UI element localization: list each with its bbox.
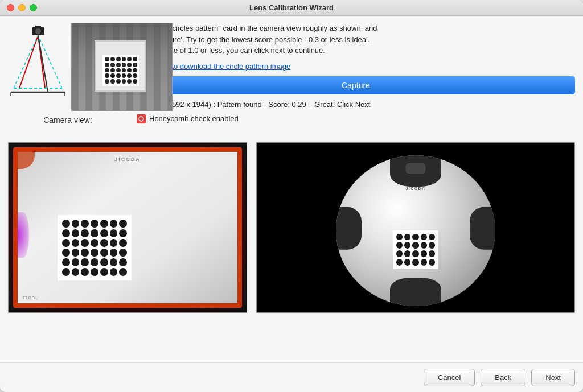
capture-button[interactable]: Capture bbox=[137, 76, 575, 94]
diagram-svg bbox=[8, 23, 68, 105]
status-text: Image 2 (2592 x 1944) : Pattern found - … bbox=[137, 100, 575, 109]
camera-thumbnail bbox=[71, 23, 173, 111]
traffic-lights bbox=[7, 4, 37, 11]
close-button[interactable] bbox=[7, 4, 14, 11]
svg-line-3 bbox=[19, 35, 38, 88]
svg-point-12 bbox=[139, 117, 143, 121]
download-link[interactable]: Click here to download the circle patter… bbox=[137, 62, 575, 71]
left-column: Camera view: bbox=[8, 23, 128, 137]
svg-line-6 bbox=[14, 35, 38, 88]
honeycomb-label: Honeycomb check enabled bbox=[149, 114, 239, 123]
svg-rect-1 bbox=[35, 26, 41, 28]
right-column: Place the "circles pattern" card in the … bbox=[137, 23, 575, 137]
diagram-area bbox=[8, 23, 128, 111]
top-section: Camera view: Place the "circles pattern"… bbox=[8, 23, 575, 137]
window-title: Lens Calibration Wizard bbox=[249, 3, 334, 12]
honeycomb-row: Honeycomb check enabled bbox=[137, 114, 575, 123]
next-button[interactable]: Next bbox=[531, 369, 575, 386]
bottom-bar: Cancel Back Next bbox=[0, 362, 583, 392]
title-bar: Lens Calibration Wizard bbox=[0, 0, 583, 16]
fisheye-camera-feed: JICCDA bbox=[256, 142, 575, 313]
back-button[interactable]: Back bbox=[481, 369, 525, 386]
honeycomb-icon bbox=[137, 114, 146, 123]
images-section: JICCDA TTOOL bbox=[8, 142, 575, 357]
minimize-button[interactable] bbox=[18, 4, 26, 11]
main-content: Camera view: Place the "circles pattern"… bbox=[0, 16, 583, 362]
svg-line-9 bbox=[38, 35, 48, 92]
app-window: Lens Calibration Wizard bbox=[0, 0, 583, 392]
cancel-button[interactable]: Cancel bbox=[424, 369, 475, 386]
maximize-button[interactable] bbox=[30, 4, 37, 11]
instructions-text: Place the "circles pattern" card in the … bbox=[137, 23, 575, 56]
svg-point-2 bbox=[35, 28, 41, 34]
calibration-diagram bbox=[8, 23, 68, 105]
camera-live-feed: JICCDA TTOOL bbox=[8, 142, 247, 313]
camera-view-label: Camera view: bbox=[43, 115, 92, 125]
